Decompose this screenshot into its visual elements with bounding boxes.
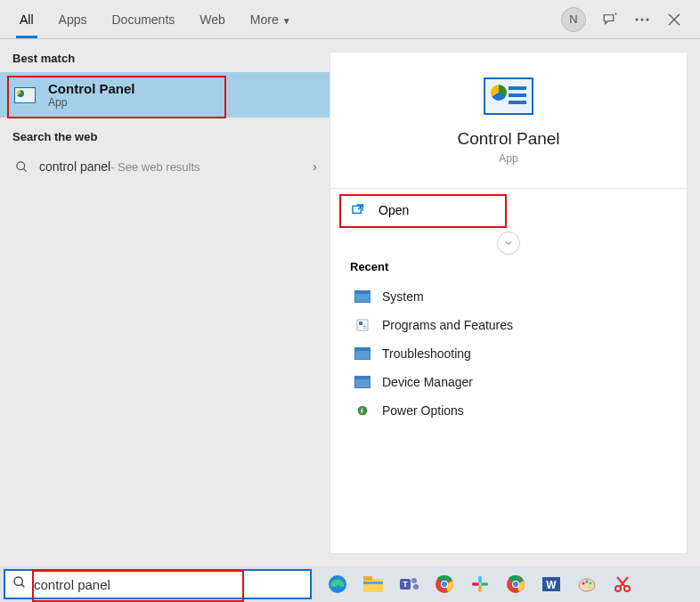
best-match-title: Control Panel: [48, 81, 135, 96]
search-header: All Apps Documents Web More▼ N: [0, 0, 700, 39]
recent-item-device-manager[interactable]: Device Manager: [350, 368, 667, 396]
snip-icon[interactable]: [609, 571, 636, 598]
svg-point-21: [411, 578, 417, 583]
filter-tabs: All Apps Documents Web More▼: [7, 2, 304, 37]
best-match-item[interactable]: Control Panel App: [0, 72, 330, 118]
recent-item-label: System: [382, 289, 424, 304]
svg-rect-10: [359, 321, 362, 325]
open-label: Open: [378, 203, 409, 217]
svg-rect-29: [472, 582, 479, 586]
details-pane: Control Panel App Open Recent: [330, 52, 688, 554]
svg-point-25: [442, 582, 447, 587]
recent-item-system[interactable]: System: [350, 282, 667, 311]
svg-text:T: T: [403, 580, 408, 589]
web-result-item[interactable]: control panel - See web results ›: [0, 150, 330, 183]
svg-point-36: [582, 582, 585, 585]
details-subtitle: App: [348, 152, 669, 165]
svg-line-14: [21, 584, 24, 587]
tab-documents[interactable]: Documents: [99, 2, 187, 37]
chevron-down-icon: ▼: [282, 16, 291, 26]
recent-item-label: Troubleshooting: [382, 346, 471, 361]
open-icon: [348, 203, 368, 217]
svg-rect-26: [478, 576, 482, 583]
close-icon[interactable]: [666, 12, 682, 28]
tab-web[interactable]: Web: [187, 2, 238, 37]
chevron-right-icon: ›: [313, 159, 317, 174]
svg-rect-18: [363, 582, 383, 584]
chrome-alt-icon[interactable]: [502, 571, 529, 598]
tab-more[interactable]: More▼: [238, 2, 304, 37]
slack-icon[interactable]: [467, 571, 493, 598]
svg-text:±: ±: [363, 323, 367, 329]
details-title: Control Panel: [348, 129, 669, 149]
power-options-icon: [354, 403, 371, 418]
tab-apps[interactable]: Apps: [46, 2, 100, 37]
control-panel-icon: [12, 83, 37, 108]
svg-rect-28: [478, 585, 482, 592]
svg-rect-27: [481, 582, 488, 586]
recent-item-programs[interactable]: ± Programs and Features: [350, 311, 667, 339]
svg-point-13: [14, 577, 22, 585]
recent-label: Recent: [350, 260, 667, 273]
svg-line-6: [23, 168, 26, 171]
best-match-subtitle: App: [48, 96, 135, 109]
programs-icon: ±: [354, 318, 371, 332]
svg-point-37: [586, 581, 589, 583]
search-icon: [12, 575, 27, 593]
taskbar: T W: [0, 566, 700, 602]
edge-icon[interactable]: [324, 571, 351, 598]
user-avatar[interactable]: N: [561, 7, 586, 32]
teams-icon[interactable]: T: [395, 571, 422, 598]
web-hint-text: - See web results: [110, 160, 199, 174]
svg-point-5: [16, 161, 24, 169]
svg-point-32: [513, 582, 518, 587]
file-explorer-icon[interactable]: [360, 571, 387, 598]
taskbar-search[interactable]: [4, 569, 312, 599]
chrome-icon[interactable]: [431, 571, 458, 598]
feedback-icon[interactable]: [602, 12, 618, 28]
recent-item-label: Programs and Features: [382, 318, 513, 332]
svg-rect-16: [363, 579, 383, 592]
tab-all[interactable]: All: [7, 2, 46, 37]
recent-item-troubleshooting[interactable]: Troubleshooting: [350, 339, 667, 368]
search-web-label: Search the web: [0, 118, 330, 150]
search-input[interactable]: [34, 577, 303, 592]
svg-rect-17: [363, 576, 372, 581]
control-panel-large-icon: [484, 77, 533, 115]
taskbar-apps: T W: [324, 571, 636, 598]
paint-icon[interactable]: [574, 571, 600, 598]
search-icon: [12, 160, 30, 174]
device-manager-icon: [354, 375, 371, 389]
more-options-icon[interactable]: [634, 12, 650, 28]
recent-item-label: Device Manager: [382, 375, 473, 389]
svg-point-2: [647, 18, 649, 20]
open-action[interactable]: Open: [343, 192, 674, 228]
svg-point-38: [590, 582, 592, 585]
svg-text:W: W: [546, 579, 557, 591]
troubleshooting-icon: [354, 346, 371, 361]
recent-item-label: Power Options: [382, 403, 464, 418]
recent-item-power-options[interactable]: Power Options: [350, 396, 667, 425]
expand-button[interactable]: [497, 232, 520, 255]
svg-point-39: [589, 586, 591, 589]
word-icon[interactable]: W: [538, 571, 565, 598]
system-icon: [354, 289, 371, 304]
results-list: Best match Control Panel App Search the …: [0, 39, 330, 566]
svg-point-22: [413, 584, 419, 590]
web-query-text: control panel: [39, 159, 110, 174]
svg-point-1: [641, 18, 644, 20]
best-match-label: Best match: [0, 39, 330, 72]
svg-point-0: [636, 18, 639, 20]
